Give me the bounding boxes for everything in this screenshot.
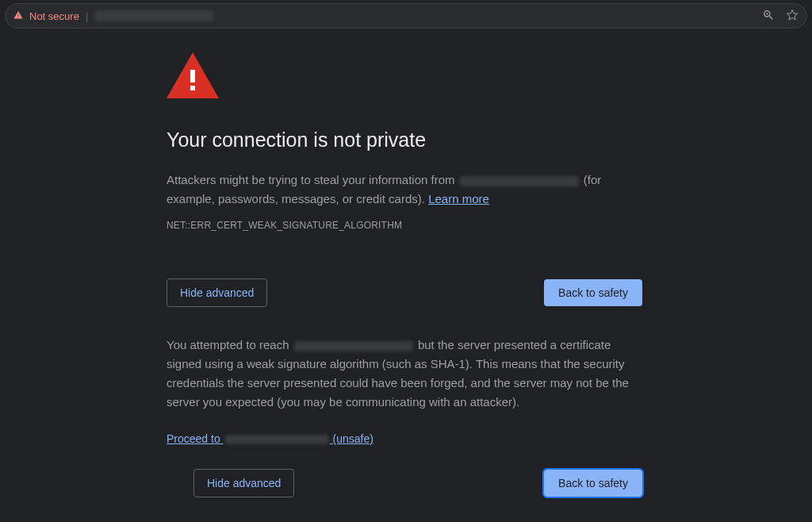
button-row-secondary: Hide advanced Back to safety xyxy=(167,469,642,497)
host-redacted-2 xyxy=(294,341,413,351)
proceed-unsafe-link[interactable]: Proceed to (unsafe) xyxy=(167,432,373,445)
ssl-warning-interstitial: Your connection is not private Attackers… xyxy=(0,29,650,497)
advanced-details: You attempted to reach but the server pr… xyxy=(167,336,634,412)
warning-big-icon xyxy=(167,52,219,98)
svg-rect-0 xyxy=(190,70,195,83)
warning-triangle-icon xyxy=(13,10,23,22)
proceed-suffix: (unsafe) xyxy=(330,432,373,445)
host-redacted-3 xyxy=(225,435,328,444)
address-divider: | xyxy=(86,10,88,22)
warning-body-prefix: Attackers might be trying to steal your … xyxy=(167,173,458,186)
warning-body: Attackers might be trying to steal your … xyxy=(167,171,650,209)
svg-rect-1 xyxy=(190,86,195,90)
host-redacted xyxy=(460,176,579,186)
proceed-prefix: Proceed to xyxy=(167,432,224,445)
url-redacted xyxy=(94,10,213,21)
back-to-safety-button[interactable]: Back to safety xyxy=(544,279,642,306)
error-code: NET::ERR_CERT_WEAK_SIGNATURE_ALGORITHM xyxy=(167,220,650,231)
zoom-icon[interactable] xyxy=(762,9,775,24)
hide-advanced-button[interactable]: Hide advanced xyxy=(167,278,267,307)
bookmark-star-icon[interactable] xyxy=(786,9,799,24)
proceed-link-row: Proceed to (unsafe) xyxy=(167,432,650,445)
address-bar[interactable]: Not secure | xyxy=(5,3,807,29)
not-secure-label: Not secure xyxy=(29,10,79,22)
learn-more-link[interactable]: Learn more xyxy=(428,192,489,205)
warning-title: Your connection is not private xyxy=(167,129,650,152)
hide-advanced-button-2[interactable]: Hide advanced xyxy=(193,469,294,497)
details-prefix: You attempted to reach xyxy=(167,338,293,351)
back-to-safety-button-2[interactable]: Back to safety xyxy=(544,470,642,497)
button-row-primary: Hide advanced Back to safety xyxy=(167,278,642,307)
